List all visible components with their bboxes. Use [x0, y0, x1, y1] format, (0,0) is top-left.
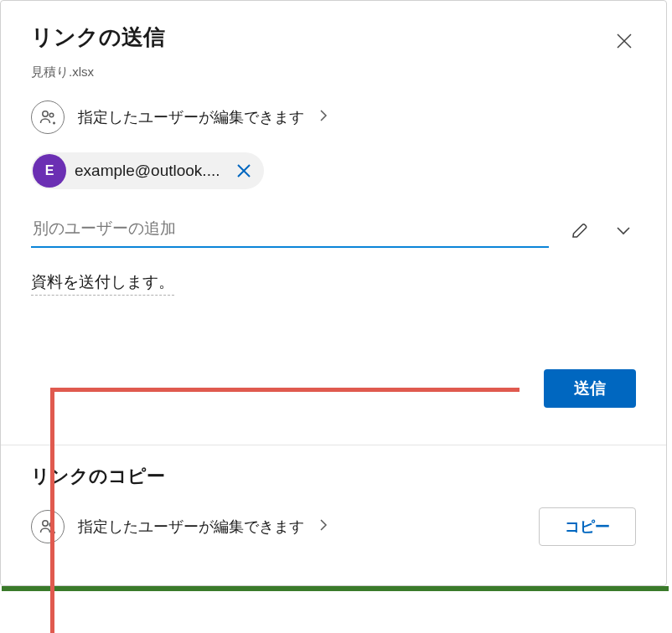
svg-point-1 [49, 113, 54, 117]
people-icon [31, 510, 65, 543]
send-link-dialog: リンクの送信 見積り.xlsx 指定したユーザーが編集できます [0, 0, 667, 586]
edit-permission-button[interactable] [566, 216, 594, 244]
remove-recipient-button[interactable] [229, 156, 259, 186]
close-icon [616, 33, 633, 49]
filename-label: 見積り.xlsx [31, 64, 636, 80]
message-text[interactable]: 資料を送付します。 [31, 271, 174, 296]
svg-point-2 [43, 521, 48, 526]
close-button[interactable] [609, 26, 639, 56]
dialog-title: リンクの送信 [31, 23, 165, 52]
add-user-input[interactable] [31, 213, 549, 248]
svg-point-0 [43, 111, 48, 116]
copy-link-section: リンクのコピー 指定したユーザーが編集できます コピー [1, 445, 666, 563]
permission-text: 指定したユーザーが編集できます [78, 107, 304, 127]
close-icon [236, 163, 251, 178]
permission-settings-button[interactable]: 指定したユーザーが編集できます [31, 100, 636, 134]
chevron-right-icon [319, 109, 328, 126]
send-button[interactable]: 送信 [544, 369, 636, 408]
svg-point-3 [49, 522, 54, 527]
send-link-section: リンクの送信 見積り.xlsx 指定したユーザーが編集できます [1, 1, 666, 425]
people-icon [31, 100, 65, 134]
avatar: E [33, 154, 66, 188]
recipient-chip[interactable]: E example@outlook.... [31, 152, 264, 189]
pencil-icon [571, 221, 589, 239]
copy-button[interactable]: コピー [539, 507, 636, 546]
chevron-right-icon [319, 518, 328, 535]
copy-section-title: リンクのコピー [31, 464, 636, 489]
chevron-down-icon [616, 225, 631, 235]
permission-dropdown-button[interactable] [611, 216, 636, 244]
annotation-bar [2, 586, 669, 591]
copy-permission-text: 指定したユーザーが編集できます [78, 517, 304, 537]
recipient-email: example@outlook.... [75, 162, 220, 180]
